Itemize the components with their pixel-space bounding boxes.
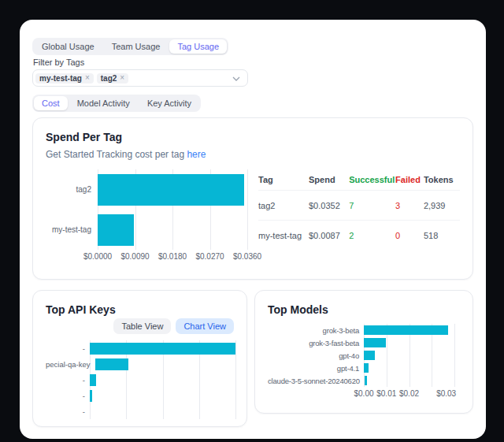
chart-row: - — [46, 403, 235, 419]
col-header-tokens: Tokens — [424, 175, 460, 184]
y-axis-label: - — [46, 376, 90, 384]
col-header-spend: Spend — [309, 175, 349, 184]
x-tick-label: $0.0360 — [233, 252, 261, 261]
cell-spend: $0.0087 — [309, 231, 349, 240]
top-models-card: Top Models grok-3-beta grok-3-fast-beta … — [254, 290, 473, 414]
cell-failed: 0 — [395, 231, 424, 240]
col-header-tag: Tag — [258, 175, 309, 184]
remove-tag-icon[interactable]: × — [120, 74, 124, 82]
y-axis-label: pecial-qa-key — [46, 360, 95, 369]
bar-tag2 — [98, 174, 244, 206]
usage-dashboard-panel: Global Usage Team Usage Tag Usage Filter… — [20, 20, 486, 439]
model-bar — [364, 338, 386, 347]
tab-key-activity[interactable]: Key Activity — [139, 96, 199, 110]
x-axis: $0.0000 $0.0090 $0.0180 $0.0270 $0.0360 — [98, 250, 247, 262]
col-header-failed: Failed — [395, 175, 424, 184]
view-toggle: Table View Chart View — [46, 318, 234, 334]
spend-per-tag-card: Spend Per Tag Get Started Tracking cost … — [32, 117, 473, 280]
chart-row: claude-3-5-sonnet-20240620 — [268, 374, 454, 387]
usage-scope-tabs: Global Usage Team Usage Tag Usage — [32, 38, 228, 55]
cell-tag: my-test-tag — [258, 231, 309, 240]
model-bar — [364, 325, 448, 335]
chart-row: tag2 — [46, 169, 247, 210]
x-tick-label: $0.0090 — [120, 252, 149, 261]
remove-tag-icon[interactable]: × — [85, 74, 90, 82]
cell-spend: $0.0352 — [309, 201, 349, 210]
x-axis: $0.00 $0.01 $0.02 $0.03 — [364, 387, 454, 398]
tag-chip-label: my-test-tag — [39, 74, 82, 83]
chart-row: pecial-qa-key — [46, 356, 235, 372]
api-key-bar — [90, 374, 96, 386]
subtitle-text: Get Started Tracking cost per tag — [46, 149, 184, 160]
y-axis-label: grok-3-fast-beta — [268, 339, 364, 347]
bar-my-test-tag — [98, 214, 134, 246]
filter-by-tags-label: Filter by Tags — [33, 58, 84, 67]
table-row: my-test-tag $0.0087 2 0 518 — [258, 220, 460, 250]
tab-cost[interactable]: Cost — [34, 96, 68, 110]
x-tick-label: $0.0000 — [83, 252, 112, 261]
chart-row: - — [46, 340, 235, 356]
x-tick-label: $0.02 — [399, 389, 419, 398]
top-api-keys-chart: - pecial-qa-key - - - — [46, 340, 235, 419]
y-axis-label: grok-3-beta — [268, 326, 364, 335]
x-tick-label: $0.00 — [354, 389, 373, 398]
api-key-bar — [95, 358, 129, 370]
table-header-row: Tag Spend Successful Failed Tokens — [258, 169, 460, 190]
tag-chip: tag2 × — [97, 73, 128, 84]
tag-chip: my-test-tag × — [35, 73, 94, 84]
chart-row: my-test-tag — [46, 210, 247, 250]
card-subtitle: Get Started Tracking cost per tag here — [46, 149, 460, 160]
table-view-button[interactable]: Table View — [113, 318, 171, 334]
chart-row: gpt-4o — [268, 349, 454, 362]
tab-model-activity[interactable]: Model Activity — [69, 96, 138, 110]
y-axis-label: gpt-4o — [268, 351, 364, 360]
col-header-successful: Successful — [349, 175, 395, 184]
y-axis-label: my-test-tag — [46, 225, 98, 234]
y-axis-label: tag2 — [46, 185, 98, 194]
chevron-down-icon[interactable] — [232, 76, 240, 81]
spend-per-tag-table: Tag Spend Successful Failed Tokens tag2 … — [258, 169, 460, 262]
x-tick-label: $0.03 — [436, 389, 456, 398]
cell-successful: 2 — [349, 231, 395, 240]
chart-row: - — [46, 388, 235, 403]
cell-tokens: 2,939 — [424, 201, 460, 210]
card-title: Spend Per Tag — [46, 131, 460, 143]
model-bar — [364, 351, 375, 360]
cell-tokens: 518 — [424, 231, 460, 240]
y-axis-label: - — [46, 392, 90, 400]
spend-per-tag-chart: tag2 my-test-tag $0.0000 $0.0090 $0.0180… — [46, 169, 247, 262]
y-axis-label: - — [46, 407, 90, 416]
x-tick-label: $0.01 — [376, 389, 396, 398]
y-axis-label: - — [46, 344, 90, 353]
chart-row: gpt-4.1 — [268, 362, 454, 374]
model-bar — [365, 376, 367, 385]
top-models-chart: grok-3-beta grok-3-fast-beta gpt-4o gpt-… — [268, 324, 454, 398]
cell-successful: 7 — [349, 201, 395, 210]
api-key-bar — [90, 343, 235, 355]
tab-tag-usage[interactable]: Tag Usage — [169, 39, 227, 54]
table-row: tag2 $0.0352 7 3 2,939 — [258, 190, 460, 220]
cell-tag: tag2 — [258, 201, 309, 210]
cell-failed: 3 — [395, 201, 424, 210]
chart-row: grok-3-fast-beta — [268, 336, 454, 349]
top-api-keys-card: Top API Keys Table View Chart View - pec… — [32, 290, 247, 427]
tab-team-usage[interactable]: Team Usage — [104, 39, 169, 54]
api-key-bar — [90, 390, 92, 402]
model-bar — [364, 363, 369, 373]
y-axis-label: gpt-4.1 — [268, 364, 364, 373]
tab-global-usage[interactable]: Global Usage — [34, 39, 102, 54]
x-tick-label: $0.0180 — [158, 252, 187, 261]
chart-view-button[interactable]: Chart View — [176, 318, 234, 334]
here-link[interactable]: here — [187, 149, 206, 160]
y-axis-label: claude-3-5-sonnet-20240620 — [268, 377, 365, 385]
metric-tabs: Cost Model Activity Key Activity — [32, 95, 201, 112]
chart-row: grok-3-beta — [268, 324, 454, 336]
tag-chip-label: tag2 — [101, 74, 117, 83]
x-tick-label: $0.0270 — [195, 252, 224, 261]
chart-row: - — [46, 372, 235, 388]
tag-filter-select[interactable]: my-test-tag × tag2 × — [32, 69, 248, 87]
card-title: Top API Keys — [46, 303, 234, 316]
card-title: Top Models — [268, 303, 460, 316]
